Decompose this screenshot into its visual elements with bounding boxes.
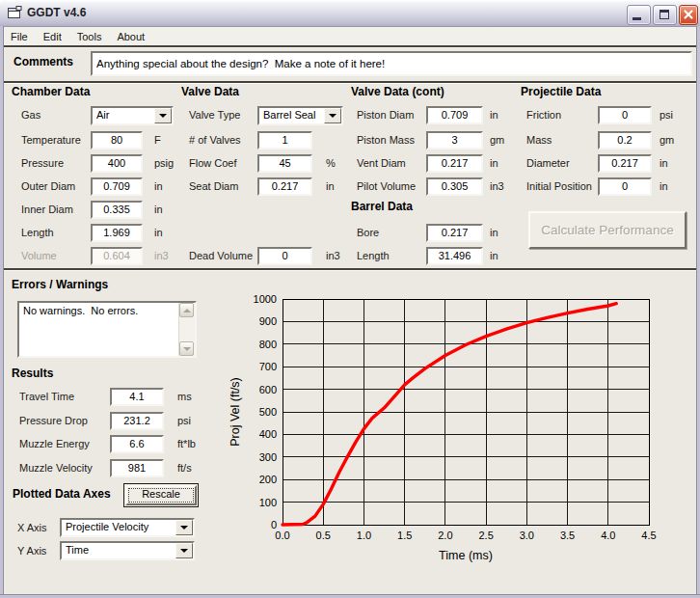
x-axis-title: Time (ms): [439, 549, 493, 562]
projectile-data-diameter-field[interactable]: 0.217: [598, 154, 652, 173]
performance-chart: 0.00.51.01.52.02.53.03.54.04.50100200300…: [224, 282, 698, 583]
errors-warnings-heading: Errors / Warnings: [12, 278, 108, 291]
valve-data-cont-bore-field[interactable]: 0.217: [426, 224, 483, 242]
y-tick-label: 700: [259, 361, 277, 372]
separator: [0, 81, 700, 83]
x-tick-label: 3.5: [560, 530, 575, 541]
x-tick-label: 3.0: [520, 530, 534, 541]
y-tick-label: 0: [271, 519, 277, 530]
chamber-data-length-field[interactable]: 1.969: [91, 224, 143, 242]
chamber-data-temperature-field[interactable]: 80: [91, 131, 143, 150]
menubar: FileEditToolsAbout: [0, 27, 700, 45]
valve-data-cont-length-field[interactable]: 31.496: [426, 247, 483, 265]
x-tick-label: 2.5: [478, 530, 493, 541]
x-tick-label: 0.5: [316, 530, 331, 541]
x-axis-label: X Axis: [17, 522, 47, 533]
rescale-button-label: Rescale: [125, 485, 197, 505]
x-axis-dropdown-value: Projectile Velocity: [66, 521, 148, 532]
chamber-data-outer-diam-unit: in: [154, 180, 163, 192]
dropdown-arrow-icon[interactable]: [324, 108, 341, 123]
y-tick-label: 600: [259, 384, 277, 395]
valve-data-cont-piston-mass-label: Piston Mass: [357, 134, 415, 146]
valve-data-cont-piston-diam-field[interactable]: 0.709: [426, 106, 483, 124]
result-travel-time-unit: ms: [177, 391, 192, 402]
minimize-icon: [633, 17, 641, 20]
projectile-data-mass-field[interactable]: 0.2: [598, 131, 652, 150]
valve-data-seat-diam-label: Seat Diam: [189, 180, 238, 192]
chamber-data-inner-diam-field[interactable]: 0.335: [91, 201, 143, 219]
x-tick-label: 4.0: [601, 530, 615, 541]
close-button[interactable]: [679, 5, 698, 25]
chamber-data-volume-label: Volume: [21, 250, 57, 261]
valve-data-dead-volume-field[interactable]: 0: [257, 247, 312, 265]
valve-data-cont-vent-diam-label: Vent Diam: [357, 157, 406, 169]
valve-data-cont-piston-mass-field[interactable]: 3: [426, 131, 483, 150]
errors-scrollbar[interactable]: [178, 303, 195, 356]
menu-tools[interactable]: Tools: [69, 28, 110, 46]
chamber-data-pressure-field[interactable]: 400: [91, 154, 143, 173]
y-tick-label: 800: [259, 339, 277, 350]
window-frame: [696, 26, 700, 598]
x-axis-dropdown[interactable]: Projectile Velocity: [60, 518, 195, 537]
close-icon: [680, 6, 697, 24]
menu-edit[interactable]: Edit: [36, 28, 69, 46]
valve-data-seat-diam-field[interactable]: 0.217: [257, 177, 312, 196]
separator: [0, 45, 700, 47]
maximize-button[interactable]: [653, 5, 677, 25]
projectile-data-initial-position-label: Initial Position: [526, 180, 592, 192]
y-axis-dropdown[interactable]: Time: [60, 541, 195, 560]
menu-about[interactable]: About: [109, 28, 152, 46]
window-frame: [0, 26, 4, 598]
dropdown-arrow-icon[interactable]: [175, 543, 193, 558]
valve-data-cont-pilot-volume-label: Pilot Volume: [357, 180, 416, 192]
projectile-data-initial-position-field[interactable]: 0: [598, 177, 652, 196]
dropdown-arrow-icon[interactable]: [175, 520, 193, 535]
valve-data-valve-type-dropdown[interactable]: Barrel Seal: [257, 106, 343, 125]
projectile-data-friction-label: Friction: [526, 109, 561, 121]
y-axis-label: Y Axis: [17, 545, 46, 557]
comments-label: Comments: [13, 55, 73, 68]
result-muzzle-velocity-label: Muzzle Velocity: [19, 462, 93, 474]
minimize-button[interactable]: [627, 5, 651, 25]
valve-data-cont-length-label: Length: [357, 250, 390, 261]
chamber-data-gas-label: Gas: [21, 109, 40, 121]
chamber-data-pressure-label: Pressure: [21, 157, 64, 169]
chamber-data-heading: Chamber Data: [12, 85, 90, 98]
valve-data-seat-diam-unit: in: [326, 180, 335, 192]
y-tick-label: 200: [259, 474, 277, 485]
projectile-data-friction-field[interactable]: 0: [598, 106, 652, 124]
result-pressure-drop-unit: psi: [177, 415, 191, 426]
rescale-button[interactable]: Rescale: [123, 483, 199, 507]
projectile-data-diameter-label: Diameter: [526, 157, 570, 169]
separator: [0, 268, 700, 270]
valve-data-cont-bore-unit: in: [490, 227, 498, 238]
projectile-data-friction-unit: psi: [660, 109, 673, 121]
result-muzzle-energy-label: Muzzle Energy: [19, 438, 90, 449]
chamber-data-temperature-unit: F: [154, 134, 161, 146]
x-tick-label: 0.0: [275, 530, 289, 541]
valve-data-of-valves-field[interactable]: 1: [257, 131, 312, 150]
chamber-data-outer-diam-label: Outer Diam: [21, 180, 75, 192]
valve-data-cont-vent-diam-field[interactable]: 0.217: [426, 154, 483, 173]
result-muzzle-energy-unit: ft*lb: [177, 438, 196, 449]
chamber-data-inner-diam-label: Inner Diam: [21, 204, 73, 215]
scrollbar-down-icon[interactable]: [179, 341, 194, 356]
scrollbar-up-icon[interactable]: [179, 303, 194, 317]
valve-data-cont-piston-diam-unit: in: [490, 109, 498, 121]
barrel-data-heading: Barrel Data: [351, 200, 413, 213]
chamber-data-outer-diam-field[interactable]: 0.709: [91, 177, 143, 196]
x-tick-label: 4.5: [641, 530, 656, 541]
chamber-data-volume-unit: in3: [154, 250, 169, 261]
valve-data-flow-coef-field[interactable]: 45: [257, 154, 312, 173]
chamber-data-gas-dropdown[interactable]: Air: [91, 106, 174, 125]
valve-data-flow-coef-label: Flow Coef: [189, 157, 237, 169]
chamber-data-temperature-label: Temperature: [21, 134, 81, 146]
valve-data-valve-type-label: Valve Type: [189, 109, 240, 121]
result-pressure-drop-label: Pressure Drop: [19, 415, 88, 426]
valve-data-cont-pilot-volume-field[interactable]: 0.305: [426, 177, 483, 196]
comments-input[interactable]: [91, 51, 692, 76]
y-axis-title: Proj Vel (ft/s): [229, 377, 242, 447]
menu-file[interactable]: File: [3, 28, 36, 46]
result-travel-time-field: 4.1: [110, 388, 164, 406]
dropdown-arrow-icon[interactable]: [154, 108, 172, 123]
